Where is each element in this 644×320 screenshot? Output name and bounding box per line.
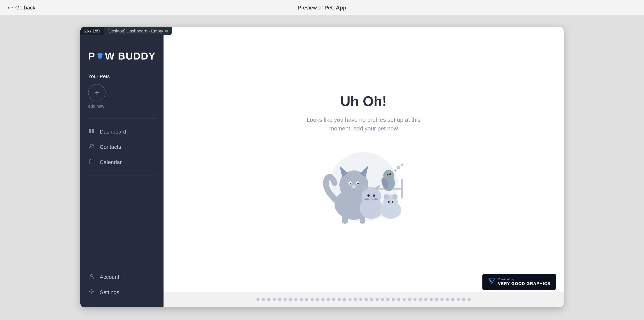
dot (397, 298, 400, 301)
dot (430, 298, 433, 301)
main-content: Uh Oh! Looks like you have no profiles s… (164, 27, 564, 307)
nav-item-account[interactable]: Account (84, 270, 160, 284)
dot (435, 298, 438, 301)
uh-oh-heading: Uh Oh! (340, 93, 387, 109)
settings-icon (88, 289, 95, 296)
paw-icon (96, 50, 104, 62)
your-pets-label: Your Pets (88, 74, 156, 80)
svg-point-25 (357, 182, 359, 184)
app-content: P W BUDDY Your Pets (80, 27, 564, 307)
dot (419, 298, 422, 301)
svg-rect-7 (89, 131, 92, 133)
svg-point-57 (390, 203, 392, 205)
dots-bar (164, 292, 564, 307)
svg-point-10 (92, 144, 94, 146)
nav-item-calendar[interactable]: Calendar (84, 155, 160, 170)
svg-point-55 (388, 201, 390, 203)
nav-label-contacts: Contacts (100, 144, 121, 150)
calendar-icon (88, 159, 95, 166)
svg-rect-5 (89, 129, 92, 131)
nav-label-dashboard: Dashboard (100, 129, 126, 135)
svg-rect-8 (92, 131, 94, 133)
go-back-button[interactable]: ↩ Go back (8, 4, 35, 12)
dot (278, 298, 281, 301)
frame-badge: 26 / 159 (80, 27, 104, 35)
status-dot (165, 30, 168, 32)
svg-point-3 (98, 53, 100, 54)
svg-point-46 (370, 197, 372, 199)
dot (294, 298, 298, 301)
dot (267, 298, 270, 301)
svg-point-15 (90, 274, 93, 277)
dot (370, 298, 373, 301)
dot (300, 298, 303, 301)
plus-icon: + (94, 89, 99, 97)
nav-section: Dashboard Contacts (80, 122, 164, 172)
sidebar: P W BUDDY Your Pets (80, 27, 164, 307)
go-back-label: Go back (15, 5, 35, 11)
svg-point-24 (350, 182, 351, 184)
svg-point-44 (368, 194, 370, 197)
back-arrow-icon: ↩ (8, 4, 13, 12)
window-title-bar: 26 / 159 [Desktop] Dashboard - Empty (80, 27, 172, 35)
dot (457, 298, 460, 301)
dot (273, 298, 276, 301)
nav-label-calendar: Calendar (100, 159, 122, 166)
dot (343, 298, 346, 301)
powered-by-brand: VERY GOOD GRAPHICS (498, 281, 550, 286)
powered-by-badge: Powered by VERY GOOD GRAPHICS (482, 274, 556, 290)
dot (414, 298, 416, 301)
main-container: 26 / 159 [Desktop] Dashboard - Empty P (0, 16, 644, 320)
svg-point-45 (373, 194, 375, 197)
dot (402, 298, 406, 301)
uh-oh-subtext: Looks like you have no profiles set up a… (296, 115, 431, 133)
dot (462, 298, 465, 301)
divider-1 (88, 118, 156, 119)
dot (451, 298, 454, 301)
dot (262, 298, 265, 301)
svg-point-35 (387, 174, 388, 176)
dot (376, 298, 379, 301)
nav-item-contacts[interactable]: Contacts (84, 140, 160, 154)
svg-point-38 (396, 166, 400, 169)
logo-area: P W BUDDY (80, 46, 164, 70)
svg-rect-6 (92, 129, 94, 131)
add-pet-button[interactable]: + (88, 84, 106, 102)
dot (468, 298, 471, 301)
dot (408, 298, 411, 301)
add-new-label: add new (88, 104, 156, 109)
bottom-section: Account Settings (80, 268, 164, 302)
dot (440, 298, 444, 301)
contacts-icon (88, 144, 95, 150)
dot (354, 298, 357, 301)
svg-point-4 (100, 53, 102, 54)
svg-point-39 (401, 164, 403, 166)
dot (322, 298, 324, 301)
nav-label-settings: Settings (100, 289, 119, 296)
nav-item-dashboard[interactable]: Dashboard (84, 124, 160, 139)
app-window: 26 / 159 [Desktop] Dashboard - Empty P (80, 27, 564, 307)
nav-item-settings[interactable]: Settings (84, 285, 160, 300)
powered-by-text-block: Powered by VERY GOOD GRAPHICS (498, 278, 550, 286)
dot (327, 298, 330, 301)
svg-point-34 (389, 173, 391, 175)
dot (332, 298, 335, 301)
dot (386, 298, 390, 301)
dot (338, 298, 341, 301)
account-icon (88, 274, 95, 280)
svg-point-53 (384, 194, 389, 200)
dot (289, 298, 292, 301)
your-pets-section: Your Pets + add new (80, 70, 164, 114)
dot (446, 298, 449, 301)
svg-point-56 (392, 201, 394, 203)
dot (348, 298, 352, 301)
svg-point-37 (394, 169, 396, 172)
svg-point-54 (392, 194, 398, 200)
dot (284, 298, 287, 301)
svg-point-16 (91, 291, 92, 292)
dot (305, 298, 308, 301)
top-bar: ↩ Go back Preview of Pet_App (0, 0, 644, 16)
divider-2 (88, 175, 156, 176)
app-logo: P W BUDDY (88, 50, 156, 62)
dashboard-icon (88, 128, 95, 135)
